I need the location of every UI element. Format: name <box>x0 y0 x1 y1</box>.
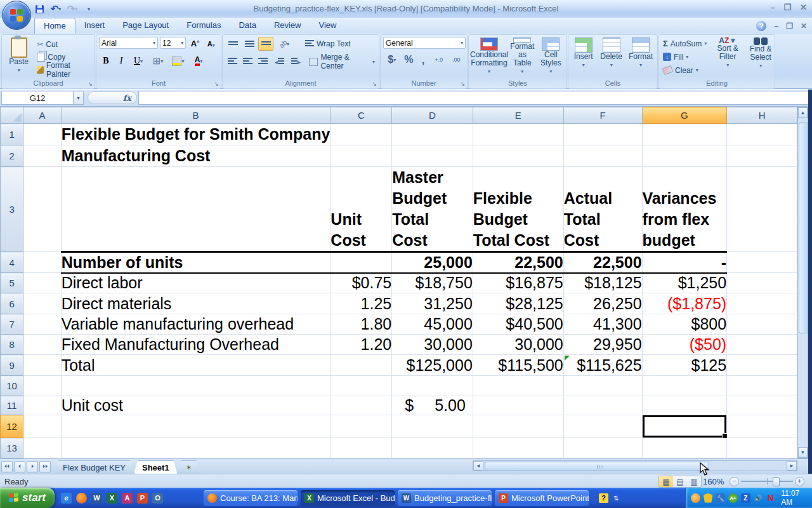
page-layout-view-button[interactable]: ▤ <box>673 476 687 487</box>
show-hidden-icons-button[interactable]: ⇅ <box>613 495 619 502</box>
cell-H6[interactable] <box>727 293 797 314</box>
minimize-button[interactable]: – <box>770 3 775 12</box>
restore-button[interactable]: ❐ <box>783 3 791 12</box>
cell-C7[interactable]: 1.80 <box>331 314 392 335</box>
cell-F5[interactable]: $18,125 <box>563 273 642 293</box>
cell-G11[interactable] <box>642 396 727 415</box>
cell-B1[interactable]: Flexible Budget for Smith Company <box>61 124 331 145</box>
first-sheet-button[interactable]: ⏴⏴ <box>1 461 13 472</box>
ie-icon[interactable]: e <box>61 493 72 504</box>
cell-B3[interactable] <box>61 167 331 252</box>
norton-tray-icon[interactable]: N <box>766 493 775 503</box>
vertical-scroll-thumb[interactable] <box>799 123 808 333</box>
cell-H10[interactable] <box>727 376 797 396</box>
task-excel-active[interactable]: X Microsoft Excel - Bud... <box>301 490 395 506</box>
orientation-button[interactable]: ab▾ <box>275 37 294 51</box>
cell-G4[interactable]: - <box>642 252 727 273</box>
fill-button[interactable]: ↓Fill▾ <box>662 51 708 63</box>
cell-D11[interactable]: $5.00 <box>392 396 473 415</box>
cell-G10[interactable] <box>642 376 727 396</box>
cell-C2[interactable] <box>331 145 392 167</box>
row-header-4[interactable]: 4 <box>1 252 23 273</box>
font-color-button[interactable]: A▾ <box>189 54 208 68</box>
cell-B13[interactable] <box>61 438 331 458</box>
cell-F12[interactable] <box>563 415 642 438</box>
row-header-11[interactable]: 11 <box>1 396 23 415</box>
font-dialog-launcher[interactable]: ↘ <box>214 81 219 87</box>
cell-C8[interactable]: 1.20 <box>331 335 392 355</box>
cell-F7[interactable]: 41,300 <box>563 314 642 335</box>
cell-E11[interactable] <box>473 396 563 415</box>
zoom-out-button[interactable]: − <box>730 477 739 486</box>
cell-E3[interactable]: Flexible Budget Total Cost <box>473 167 563 252</box>
sheet-tab-sheet1[interactable]: Sheet1 <box>134 460 178 474</box>
sheet-tab-flex-budget-key[interactable]: Flex Budget KEY <box>55 460 134 474</box>
cell-G1[interactable] <box>642 124 727 145</box>
alignment-dialog-launcher[interactable]: ↘ <box>372 81 377 87</box>
cell-E4[interactable]: 22,500 <box>473 252 563 273</box>
horizontal-scroll-thumb[interactable] <box>485 462 709 471</box>
percent-style-button[interactable]: % <box>402 53 416 67</box>
cell-E9[interactable]: $115,500 <box>473 355 563 376</box>
cell-H7[interactable] <box>727 314 797 335</box>
cell-H2[interactable] <box>727 145 797 167</box>
column-header-F[interactable]: F <box>563 107 642 124</box>
row-header-6[interactable]: 6 <box>1 293 23 314</box>
cell-C9[interactable] <box>331 355 392 376</box>
align-center-button[interactable] <box>240 55 254 69</box>
tab-formulas[interactable]: Formulas <box>178 18 230 34</box>
cell-D9[interactable]: $125,000 <box>392 355 473 376</box>
cell-H3[interactable] <box>727 167 797 252</box>
insert-worksheet-button[interactable]: ✶ <box>178 460 200 474</box>
cell-E10[interactable] <box>473 376 563 396</box>
clipboard-dialog-launcher[interactable]: ↘ <box>88 81 93 87</box>
name-box[interactable]: G12 <box>1 91 74 105</box>
row-header-1[interactable]: 1 <box>1 124 23 145</box>
access-icon[interactable]: A <box>122 493 133 504</box>
cell-A13[interactable] <box>23 438 62 458</box>
underline-button[interactable]: U▾ <box>129 54 147 68</box>
scroll-up-button[interactable]: ▲ <box>798 107 808 118</box>
horizontal-scrollbar[interactable]: ◄ ► <box>473 460 797 471</box>
outlook-icon[interactable]: O <box>152 493 163 504</box>
start-button[interactable]: start <box>0 488 55 508</box>
cell-C12[interactable] <box>331 415 392 438</box>
row-header-7[interactable]: 7 <box>1 314 23 335</box>
decrease-indent-button[interactable]: ◂ <box>272 55 287 69</box>
scroll-right-button[interactable]: ► <box>787 461 797 471</box>
vertical-scrollbar[interactable]: ▲ ▼ <box>797 107 808 458</box>
cell-F10[interactable] <box>563 376 642 396</box>
tab-page-layout[interactable]: Page Layout <box>114 18 178 34</box>
cell-E6[interactable]: $28,125 <box>473 293 563 314</box>
row-header-12[interactable]: 12 <box>1 415 23 438</box>
prev-sheet-button[interactable]: ⏴ <box>14 461 25 472</box>
font-name-select[interactable]: Arial▾ <box>99 37 158 49</box>
messenger-tray-icon[interactable] <box>691 493 700 503</box>
cell-A1[interactable] <box>23 124 62 145</box>
tab-data[interactable]: Data <box>230 18 265 34</box>
cell-A7[interactable] <box>23 314 62 335</box>
close-button[interactable]: ✕ <box>800 3 807 12</box>
cell-H1[interactable] <box>727 124 797 145</box>
insert-cells-button[interactable]: Insert▾ <box>571 37 596 76</box>
office-button[interactable] <box>2 1 31 30</box>
column-header-G[interactable]: G <box>642 107 727 124</box>
cell-C6[interactable]: 1.25 <box>331 293 392 314</box>
page-break-view-button[interactable]: ▥ <box>687 476 701 487</box>
antivirus-tray-icon[interactable]: A+ <box>728 493 738 503</box>
cell-G3[interactable]: Variances from flex budget <box>642 167 727 252</box>
tab-insert[interactable]: Insert <box>75 18 114 34</box>
cell-D4[interactable]: 25,000 <box>392 252 473 273</box>
cell-G13[interactable] <box>642 438 727 458</box>
wrap-text-button[interactable]: Wrap Text <box>304 38 352 50</box>
cell-F6[interactable]: 26,250 <box>563 293 642 314</box>
cell-H12[interactable] <box>727 415 797 438</box>
column-header-B[interactable]: B <box>61 107 331 124</box>
font-size-select[interactable]: 12▾ <box>160 37 186 49</box>
column-header-A[interactable]: A <box>23 107 62 124</box>
volume-tray-icon[interactable]: 🔊 <box>754 493 763 503</box>
wrench-tray-icon[interactable]: 🔧 <box>716 493 725 503</box>
cell-H13[interactable] <box>727 438 797 458</box>
cell-styles-button[interactable]: Cell Styles▾ <box>538 37 564 76</box>
cell-F2[interactable] <box>563 145 642 167</box>
